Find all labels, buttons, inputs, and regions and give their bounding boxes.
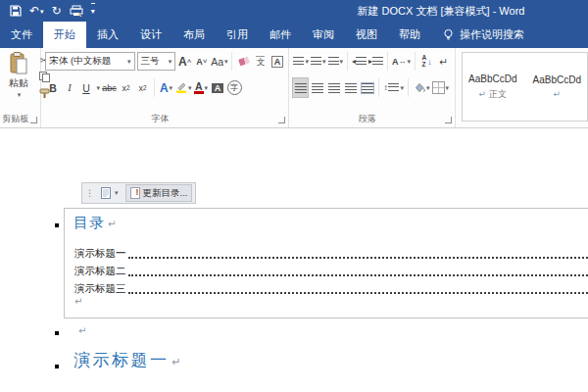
highlighter-icon (175, 82, 187, 93)
font-color-button[interactable]: A▾ (194, 78, 209, 97)
shading-button[interactable]: ▾ (413, 78, 430, 97)
clipboard-group: 粘贴 ▾ ✂ 剪贴板 (0, 48, 41, 127)
dot-leader (128, 292, 588, 294)
tab-help[interactable]: 帮助 (388, 22, 431, 48)
show-marks-button[interactable]: ↵ (436, 52, 451, 71)
justify-button[interactable] (343, 78, 358, 97)
shrink-font-button[interactable]: A˅ (194, 52, 209, 71)
toc-grip-icon[interactable]: ⋮ (85, 189, 94, 198)
character-shading-button[interactable]: A (211, 78, 225, 97)
paste-button[interactable]: 粘贴 ▾ (3, 52, 34, 99)
align-right-icon (328, 83, 340, 93)
styles-group: AaBbCcDd ↵正文 AaBbCcDd ↵ (456, 48, 588, 127)
increase-indent-button[interactable]: ▸ (368, 52, 383, 71)
tab-insert[interactable]: 插入 (86, 22, 129, 48)
outline-marker (55, 365, 59, 368)
enclose-characters-button[interactable]: 字 (227, 78, 242, 97)
document-canvas[interactable]: ⋮ ▾ ! 更新目录... 目录↵ 演示标题一 演示标题二 演示标题三 ↵ ↵ (0, 129, 588, 392)
toc-entry-2[interactable]: 演示标题二 (74, 265, 588, 278)
distribute-button[interactable] (360, 78, 374, 97)
sort-az-icon: AZ ↓ (421, 55, 431, 68)
save-icon[interactable] (10, 4, 22, 18)
ribbon-home: 粘贴 ▾ ✂ 剪贴板 宋体 (中文标题▾ 三号▾ A˄ A˅ Aa▾ (0, 48, 588, 128)
title-bar: ↶▾ ↻ ▾ 新建 DOCX 文档 [兼容模式] - Word (0, 0, 588, 22)
update-toc-icon: ! (130, 187, 140, 199)
tab-file[interactable]: 文件 (0, 22, 43, 48)
align-left-button[interactable] (293, 78, 308, 97)
paste-clipboard-icon (9, 52, 28, 75)
lightbulb-icon (443, 28, 454, 41)
highlight-button[interactable]: ▾ (175, 78, 192, 97)
undo-button[interactable]: ↶▾ (29, 4, 44, 18)
toc-title[interactable]: 目录↵ (74, 214, 118, 232)
eraser-icon (238, 57, 250, 67)
align-right-button[interactable] (326, 78, 341, 97)
numbered-list-icon (311, 57, 321, 66)
grow-font-button[interactable]: A˄ (177, 52, 192, 71)
pilcrow-mark: ↵ (172, 356, 181, 368)
style-item-2[interactable]: AaBbCcDd ↵ (533, 57, 581, 117)
update-toc-button[interactable]: ! 更新目录... (125, 184, 193, 202)
italic-button[interactable]: I (62, 78, 76, 97)
superscript-button[interactable]: x2 (135, 78, 150, 97)
tab-references[interactable]: 引用 (216, 22, 259, 48)
clear-formatting-button[interactable] (236, 52, 251, 71)
character-border-button[interactable]: A (270, 52, 284, 71)
align-center-button[interactable] (310, 78, 324, 97)
paste-dropdown-arrow-icon[interactable]: ▾ (18, 91, 22, 99)
distribute-icon (362, 83, 373, 93)
toc-entry-3[interactable]: 演示标题三 (74, 282, 588, 296)
subscript-button[interactable]: x2 (119, 78, 133, 97)
window-title: 新建 DOCX 文档 [兼容模式] - Word (294, 4, 588, 19)
paragraph-dialog-launcher[interactable] (445, 117, 452, 123)
underline-button[interactable]: U (78, 78, 93, 97)
asian-layout-button[interactable]: A↔▾ (392, 52, 411, 71)
increase-indent-icon (372, 57, 383, 66)
font-name-select[interactable]: 宋体 (中文标题▾ (45, 52, 134, 71)
numbering-button[interactable]: ▾ (311, 52, 326, 71)
tab-design[interactable]: 设计 (129, 22, 172, 48)
paragraph-group: ▾ ▾ ▾ ◂ ▸ A↔▾ AZ ↓ ↵ ↕▾ (289, 48, 456, 127)
pilcrow-mark: ↵ (108, 219, 118, 229)
clipboard-dialog-launcher[interactable] (30, 117, 37, 123)
font-dialog-launcher[interactable] (278, 117, 285, 123)
tab-view[interactable]: 视图 (345, 22, 388, 48)
paint-bucket-icon (413, 82, 425, 93)
toc-menu-button[interactable]: ▾ (97, 185, 122, 201)
heading-1[interactable]: 演示标题一↵ (74, 349, 181, 371)
redo-button[interactable]: ↻ (52, 4, 62, 18)
dot-leader (128, 274, 588, 276)
sort-button[interactable]: AZ ↓ (419, 52, 434, 71)
bold-button[interactable]: B (45, 78, 60, 97)
tell-me-search[interactable]: 操作说明搜索 (435, 22, 532, 48)
style-item-normal[interactable]: AaBbCcDd ↵正文 (468, 57, 516, 117)
print-preview-icon[interactable] (70, 4, 83, 18)
multilevel-list-button[interactable]: ▾ (328, 52, 344, 71)
paragraph-group-label: 段落 (289, 113, 445, 125)
tab-mailings[interactable]: 邮件 (259, 22, 302, 48)
customize-qat-dropdown[interactable]: ▾ (91, 3, 95, 19)
empty-paragraph-mark[interactable]: ↵ (78, 325, 86, 336)
decrease-indent-button[interactable]: ◂ (352, 52, 367, 71)
change-case-button[interactable]: Aa▾ (211, 52, 227, 71)
borders-button[interactable]: ▾ (432, 78, 450, 97)
line-spacing-button[interactable]: ↕▾ (383, 78, 404, 97)
outline-marker (55, 331, 59, 335)
font-group-label: 字体 (41, 113, 278, 125)
outline-marker (55, 223, 59, 227)
tab-home[interactable]: 开始 (43, 22, 86, 48)
bullets-button[interactable]: ▾ (293, 52, 309, 71)
strikethrough-button[interactable]: abc (102, 78, 117, 97)
phonetic-guide-button[interactable]: 文 (253, 52, 268, 71)
toc-entry-1[interactable]: 演示标题一 (74, 247, 588, 261)
clipboard-group-label: 剪贴板 (0, 113, 30, 125)
tab-layout[interactable]: 布局 (172, 22, 216, 48)
text-effects-button[interactable]: A▾ (159, 78, 173, 97)
font-size-select[interactable]: 三号▾ (137, 52, 176, 71)
tab-review[interactable]: 审阅 (302, 22, 345, 48)
decrease-indent-icon (356, 57, 367, 66)
toc-menu-dropdown-icon: ▾ (115, 189, 119, 197)
paragraph-mark-icon: ↵ (439, 56, 448, 68)
line-spacing-icon: ↕ (383, 83, 399, 92)
align-center-icon (312, 83, 323, 93)
